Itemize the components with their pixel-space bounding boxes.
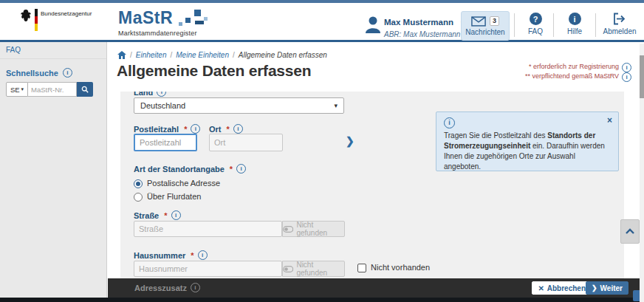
- strasse-label-text: Straße: [134, 211, 159, 220]
- radio-postalische-adresse[interactable]: [134, 179, 143, 188]
- user-menu[interactable]: Max Mustermann▾ ABR: Max Mustermann: [384, 15, 465, 38]
- breadcrumb-separator: /: [130, 51, 132, 59]
- standortangabe-label-text: Art der Standortangabe: [134, 165, 225, 174]
- search-icon: [81, 85, 89, 94]
- nicht-gefunden-label: Nicht gefunden: [296, 221, 344, 237]
- envelope-icon: [471, 16, 486, 27]
- abmelden-label: Abmelden: [603, 27, 636, 35]
- weiter-label: Weiter: [600, 284, 623, 292]
- weiter-button[interactable]: ❯ Weiter: [586, 281, 628, 295]
- radio-ueber-flurdaten[interactable]: [134, 193, 143, 202]
- land-label-text: Land: [134, 92, 153, 97]
- agency-name: Bundesnetzagentur: [41, 10, 92, 17]
- nachrichten-badge: 3: [490, 16, 499, 26]
- info-icon[interactable]: i: [236, 164, 246, 174]
- breadcrumb-separator: /: [233, 51, 235, 59]
- legend-mandatory: ** verpflichtend gemäß MaStRV: [515, 72, 619, 80]
- ort-input: [209, 134, 283, 151]
- breadcrumb: / Einheiten / Meine Einheiten / Allgemei…: [117, 51, 327, 59]
- bundesnetzagentur-logo: Bundesnetzagentur: [20, 9, 92, 31]
- info-icon: i: [191, 283, 200, 292]
- search-type-select[interactable]: SE ▾: [6, 82, 28, 97]
- user-avatar: [363, 15, 383, 38]
- quick-search-title-text: Schnellsuche: [6, 69, 58, 78]
- hausnummer-label-text: Hausnummer: [134, 251, 185, 260]
- nav-nachrichten[interactable]: 3 Nachrichten: [461, 11, 510, 41]
- chevron-right-icon: ❯: [592, 284, 597, 292]
- required-marker: *: [191, 251, 193, 260]
- land-label: Land i: [134, 92, 166, 97]
- sidebar-item-faq[interactable]: FAQ: [0, 42, 106, 59]
- close-icon[interactable]: ×: [607, 115, 612, 126]
- info-icon: i: [444, 117, 455, 128]
- radio-postalische-adresse-label[interactable]: Postalische Adresse: [147, 179, 220, 188]
- faq-label: FAQ: [528, 27, 543, 35]
- abbrechen-button[interactable]: ✕ Abbrechen: [532, 281, 592, 295]
- caret-down-icon: ▾: [21, 86, 24, 92]
- plz-input[interactable]: [134, 134, 197, 151]
- nav-hilfe[interactable]: i Hilfe: [558, 13, 591, 35]
- info-text-prefix: Tragen Sie die Postleitzahl des: [444, 131, 547, 140]
- form-panel: Land i Deutschland ▾ Postleitzahl* i Ort…: [120, 92, 624, 278]
- action-footer-bar: Adresszusatz i ✕ Abbrechen ❯ Weiter: [108, 278, 644, 298]
- sidebar: FAQ Schnellsuche i SE ▾: [0, 42, 107, 298]
- header-divider: [553, 13, 554, 37]
- breadcrumb-einheiten[interactable]: Einheiten: [136, 51, 167, 59]
- ort-label: Ort* i: [209, 124, 243, 134]
- header-divider: [595, 13, 596, 37]
- info-icon[interactable]: i: [63, 68, 72, 78]
- search-button[interactable]: [77, 82, 93, 97]
- info-icon[interactable]: i: [233, 124, 243, 134]
- logout-icon: [613, 13, 626, 25]
- strasse-input: [134, 221, 282, 237]
- strasse-nicht-gefunden-button: Nicht gefunden: [282, 221, 345, 237]
- chevron-right-icon[interactable]: ❯: [346, 135, 354, 147]
- hilfe-label: Hilfe: [567, 27, 582, 35]
- info-icon[interactable]: i: [622, 72, 631, 82]
- scroll-to-top-button[interactable]: [620, 219, 640, 244]
- breadcrumb-meine-einheiten[interactable]: Meine Einheiten: [176, 51, 229, 59]
- mastr-squares-decoration: [177, 8, 214, 29]
- info-icon[interactable]: i: [198, 250, 208, 260]
- radio-ueber-flurdaten-label[interactable]: Über Flurdaten: [147, 192, 201, 201]
- info-circle-icon: i: [569, 13, 581, 25]
- info-icon[interactable]: i: [157, 92, 166, 97]
- nav-faq[interactable]: ? FAQ: [520, 13, 551, 35]
- question-icon: ?: [530, 13, 542, 25]
- ort-label-text: Ort: [209, 125, 222, 134]
- info-icon[interactable]: i: [622, 63, 631, 72]
- breadcrumb-current: Allgemeine Daten erfassen: [239, 51, 327, 59]
- app-name: MaStR: [118, 8, 173, 27]
- nicht-vorhanden-label[interactable]: Nicht vorhanden: [371, 263, 430, 272]
- user-abr: ABR: Max Mustermann: [384, 30, 465, 38]
- adresszusatz-label-text: Adresszusatz: [134, 284, 187, 292]
- land-select[interactable]: Deutschland ▾: [134, 97, 344, 114]
- info-icon[interactable]: i: [191, 124, 200, 134]
- user-name: Max Mustermann: [384, 18, 453, 27]
- quick-search-title: Schnellsuche i: [6, 68, 106, 78]
- home-icon[interactable]: [117, 51, 126, 59]
- app-header: Bundesnetzagentur MaStR Marktstammdatenr…: [0, 3, 644, 42]
- hausnummer-nicht-gefunden-button: Nicht gefunden: [282, 261, 345, 277]
- mastr-logo: MaStR Marktstammdatenregister: [118, 8, 214, 37]
- breadcrumb-separator: /: [170, 51, 172, 59]
- caret-down-icon: ▾: [334, 102, 338, 109]
- mastr-nr-input[interactable]: [28, 82, 77, 97]
- plz-label: Postleitzahl* i: [134, 124, 200, 134]
- chevron-up-icon: [625, 228, 635, 235]
- quick-search: SE ▾: [6, 82, 106, 97]
- bottom-strip: [0, 298, 644, 302]
- required-marker: *: [227, 125, 230, 134]
- nav-abmelden[interactable]: Abmelden: [600, 13, 640, 35]
- info-icon[interactable]: i: [171, 210, 181, 220]
- german-flag-stripe: [35, 9, 38, 31]
- land-select-value: Deutschland: [140, 101, 185, 110]
- nicht-gefunden-label: Nicht gefunden: [296, 261, 344, 277]
- plz-info-box: i × Tragen Sie die Postleitzahl des Stan…: [436, 111, 619, 171]
- nachrichten-label: Nachrichten: [465, 28, 504, 36]
- required-marker: *: [184, 125, 187, 134]
- abbrechen-label: Abbrechen: [547, 284, 586, 292]
- scrollbar-thumb[interactable]: [640, 55, 644, 98]
- nicht-vorhanden-checkbox[interactable]: [357, 264, 366, 272]
- header-divider: [514, 13, 515, 37]
